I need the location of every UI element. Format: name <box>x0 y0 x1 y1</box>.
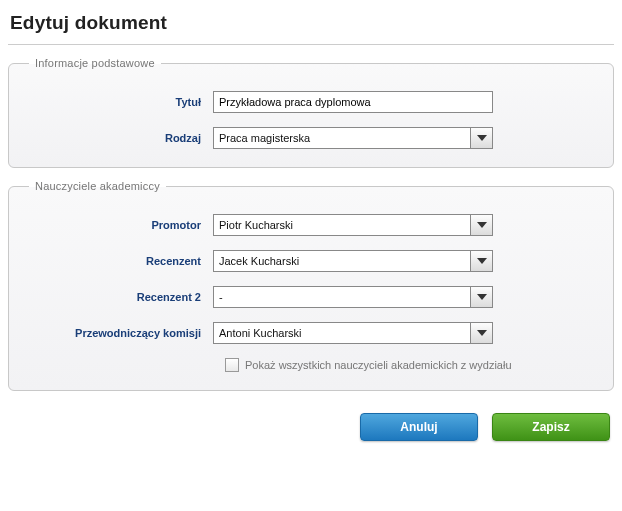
title-divider <box>8 44 614 45</box>
svg-marker-2 <box>477 258 487 264</box>
chevron-down-icon <box>470 251 492 271</box>
chairman-label: Przewodniczący komisji <box>25 327 213 339</box>
type-label: Rodzaj <box>25 132 213 144</box>
title-input[interactable] <box>213 91 493 113</box>
row-reviewer2: Recenzent 2 - <box>25 286 597 308</box>
reviewer-field-wrap: Jacek Kucharski <box>213 250 597 272</box>
reviewer2-select-value: - <box>214 287 470 307</box>
type-field-wrap: Praca magisterska <box>213 127 597 149</box>
type-select[interactable]: Praca magisterska <box>213 127 493 149</box>
teachers-panel: Nauczyciele akademiccy Promotor Piotr Ku… <box>8 180 614 391</box>
row-reviewer: Recenzent Jacek Kucharski <box>25 250 597 272</box>
chevron-down-icon <box>470 128 492 148</box>
basic-info-legend: Informacje podstawowe <box>29 57 161 69</box>
page-title: Edytuj dokument <box>10 12 614 34</box>
reviewer-select-value: Jacek Kucharski <box>214 251 470 271</box>
promoter-field-wrap: Piotr Kucharski <box>213 214 597 236</box>
show-all-row: Pokaż wszystkich nauczycieli akademickic… <box>225 358 597 372</box>
reviewer2-field-wrap: - <box>213 286 597 308</box>
show-all-label: Pokaż wszystkich nauczycieli akademickic… <box>245 359 512 371</box>
chairman-select-value: Antoni Kucharski <box>214 323 470 343</box>
save-button[interactable]: Zapisz <box>492 413 610 441</box>
basic-info-panel: Informacje podstawowe Tytuł Rodzaj Praca… <box>8 57 614 168</box>
row-title: Tytuł <box>25 91 597 113</box>
show-all-checkbox[interactable] <box>225 358 239 372</box>
svg-marker-4 <box>477 330 487 336</box>
save-button-label: Zapisz <box>532 420 569 434</box>
row-chairman: Przewodniczący komisji Antoni Kucharski <box>25 322 597 344</box>
promoter-label: Promotor <box>25 219 213 231</box>
reviewer-label: Recenzent <box>25 255 213 267</box>
reviewer2-label: Recenzent 2 <box>25 291 213 303</box>
actions-bar: Anuluj Zapisz <box>8 403 614 447</box>
chevron-down-icon <box>470 215 492 235</box>
type-select-value: Praca magisterska <box>214 128 470 148</box>
edit-document-form: Edytuj dokument Informacje podstawowe Ty… <box>8 12 614 447</box>
reviewer2-select[interactable]: - <box>213 286 493 308</box>
reviewer-select[interactable]: Jacek Kucharski <box>213 250 493 272</box>
teachers-legend: Nauczyciele akademiccy <box>29 180 166 192</box>
cancel-button[interactable]: Anuluj <box>360 413 478 441</box>
cancel-button-label: Anuluj <box>400 420 437 434</box>
chairman-field-wrap: Antoni Kucharski <box>213 322 597 344</box>
row-promoter: Promotor Piotr Kucharski <box>25 214 597 236</box>
chairman-select[interactable]: Antoni Kucharski <box>213 322 493 344</box>
row-type: Rodzaj Praca magisterska <box>25 127 597 149</box>
svg-marker-1 <box>477 222 487 228</box>
title-label: Tytuł <box>25 96 213 108</box>
chevron-down-icon <box>470 323 492 343</box>
title-field-wrap <box>213 91 597 113</box>
promoter-select[interactable]: Piotr Kucharski <box>213 214 493 236</box>
svg-marker-0 <box>477 135 487 141</box>
svg-marker-3 <box>477 294 487 300</box>
chevron-down-icon <box>470 287 492 307</box>
promoter-select-value: Piotr Kucharski <box>214 215 470 235</box>
